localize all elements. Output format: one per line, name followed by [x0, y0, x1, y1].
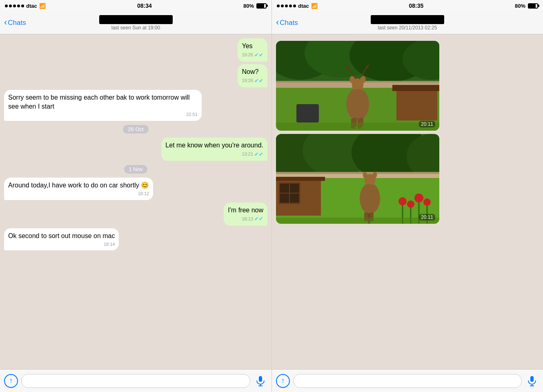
message-row: Ok second to sort out mouse on mac 18:14	[4, 228, 267, 250]
date-badge-label: 1 Nov	[124, 165, 148, 174]
bubble-meta: 18:12	[8, 191, 149, 197]
upload-button[interactable]: ↑	[4, 374, 18, 388]
left-nav-bar: ‹ Chats last seen Sun at 19:00	[0, 11, 272, 34]
battery-percent: 80%	[243, 3, 254, 9]
left-status-bar: dtac 📶 08:34 80%	[0, 0, 272, 11]
message-bubble-received: Sorry seem to be missing each other bak …	[4, 90, 202, 121]
check-marks: ✔✔	[254, 77, 263, 85]
nav-title-block: last seen Sun at 19:00	[99, 15, 173, 31]
carrier-label: dtac	[298, 3, 309, 9]
bubble-meta: 13:21 ✔✔	[165, 151, 263, 158]
message-row: Around today,I have work to do on car sh…	[4, 178, 267, 200]
battery-icon	[256, 3, 267, 9]
nav-title-block: last seen 20/11/2013 02:25	[371, 15, 444, 31]
check-marks: ✔✔	[254, 151, 263, 158]
back-button[interactable]: ‹ Chats	[276, 19, 298, 27]
message-bubble-sent: I'm free now 18:13 ✔✔	[224, 203, 267, 226]
left-chat-area[interactable]: Yes 19:26 ✔✔ Now? 19:26 ✔✔ Sorry seem to…	[0, 34, 272, 369]
check-marks: ✔✔	[254, 215, 263, 223]
signal-dots	[5, 4, 24, 7]
svg-point-51	[398, 197, 407, 205]
message-row: Yes 19:26 ✔✔	[4, 38, 267, 62]
message-time: 18:13	[242, 216, 253, 222]
status-left: dtac 📶	[277, 3, 318, 9]
message-row: 20:11	[276, 41, 539, 131]
svg-rect-0	[259, 376, 262, 382]
contact-name-redacted	[371, 15, 444, 24]
left-input-bar: ↑	[0, 369, 272, 392]
last-seen-label: last seen Sun at 19:00	[111, 25, 160, 31]
message-input[interactable]	[21, 374, 250, 388]
back-button[interactable]: ‹ Chats	[4, 19, 26, 27]
right-input-bar: ↑	[272, 369, 543, 392]
message-bubble-received: Ok second to sort out mouse on mac 18:14	[4, 228, 119, 250]
battery-icon	[528, 3, 538, 9]
message-text: Yes	[242, 42, 252, 49]
message-row: I'm free now 18:13 ✔✔	[4, 203, 267, 226]
wifi-icon: 📶	[39, 3, 46, 9]
svg-rect-45	[367, 184, 372, 195]
right-chat-area[interactable]: 20:11	[272, 34, 543, 369]
bubble-meta: 18:13 ✔✔	[228, 215, 263, 223]
message-bubble-sent: Yes 19:26 ✔✔	[238, 38, 267, 62]
signal-dots	[277, 4, 296, 7]
svg-rect-60	[530, 376, 534, 382]
message-time: 18:14	[104, 241, 115, 247]
image-1: 20:11	[276, 41, 439, 131]
time-display: 08:34	[137, 2, 152, 9]
message-bubble-sent: Let me know when you're around. 13:21 ✔✔	[161, 138, 267, 161]
date-separator: 1 Nov	[4, 165, 267, 174]
right-phone: dtac 📶 08:35 80% ‹ Chats last seen 20/11…	[272, 0, 543, 392]
chevron-left-icon: ‹	[4, 18, 7, 27]
svg-point-55	[414, 194, 423, 203]
status-left: dtac 📶	[5, 3, 46, 9]
bubble-meta: 19:26 ✔✔	[242, 51, 263, 59]
right-status-bar: dtac 📶 08:35 80%	[272, 0, 543, 11]
svg-rect-11	[396, 90, 437, 120]
carrier-label: dtac	[26, 3, 37, 9]
bubble-meta: 22:51	[8, 111, 198, 118]
svg-rect-39	[276, 177, 325, 181]
image-time-2: 20:11	[419, 214, 435, 220]
last-seen-label: last seen 20/11/2013 02:25	[378, 25, 437, 31]
status-right: 80%	[243, 3, 267, 9]
battery-percent: 80%	[515, 3, 525, 9]
message-text: I'm free now	[228, 207, 263, 214]
back-label: Chats	[280, 19, 298, 27]
message-row: 20:11	[276, 134, 539, 224]
upload-button[interactable]: ↑	[276, 374, 290, 388]
image-2: 20:11	[276, 134, 439, 224]
svg-rect-59	[276, 218, 439, 224]
message-text: Sorry seem to be missing each other bak …	[8, 94, 190, 110]
message-text: Let me know when you're around.	[165, 142, 263, 149]
image-message: 20:11	[276, 134, 439, 224]
message-row: Now? 19:26 ✔✔	[4, 64, 267, 87]
svg-rect-12	[392, 85, 439, 91]
bubble-meta: 18:14	[8, 241, 115, 247]
svg-rect-15	[354, 89, 361, 100]
message-time: 18:12	[138, 191, 149, 197]
back-label: Chats	[8, 19, 26, 27]
mic-button[interactable]	[525, 374, 539, 388]
left-phone: dtac 📶 08:34 80% ‹ Chats last seen Sun a…	[0, 0, 272, 392]
wifi-icon: 📶	[311, 3, 318, 9]
message-time: 19:26	[242, 78, 253, 84]
image-time-1: 20:11	[419, 121, 435, 127]
svg-rect-28	[276, 122, 439, 131]
right-nav-bar: ‹ Chats last seen 20/11/2013 02:25	[272, 11, 543, 34]
message-bubble-received: Around today,I have work to do on car sh…	[4, 178, 153, 200]
svg-rect-36	[276, 172, 439, 174]
svg-point-53	[407, 200, 414, 208]
message-bubble-sent: Now? 19:26 ✔✔	[238, 64, 267, 87]
svg-point-57	[423, 198, 431, 206]
svg-rect-29	[296, 104, 319, 122]
message-text: Ok second to sort out mouse on mac	[8, 232, 115, 239]
message-time: 13:21	[242, 151, 253, 157]
message-input[interactable]	[293, 374, 522, 388]
check-marks: ✔✔	[254, 51, 263, 59]
mic-button[interactable]	[254, 374, 267, 388]
bubble-meta: 19:26 ✔✔	[242, 77, 263, 85]
status-right: 80%	[515, 3, 538, 9]
time-display: 08:35	[409, 2, 423, 9]
image-message: 20:11	[276, 41, 439, 131]
